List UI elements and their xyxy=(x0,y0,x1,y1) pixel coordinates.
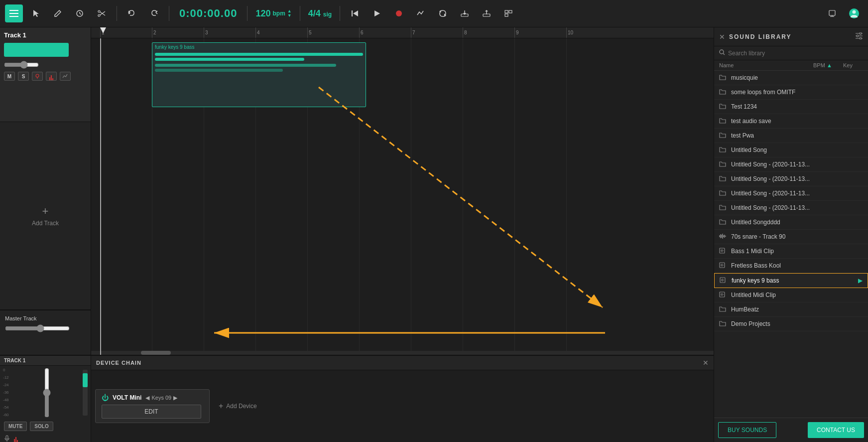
lib-item-2[interactable]: Test 1234 xyxy=(714,100,868,114)
ruler-mark-5: 5 xyxy=(307,27,312,38)
bottom-bars-icon[interactable] xyxy=(14,437,18,442)
lib-item-3[interactable]: test audio save xyxy=(714,114,868,129)
lib-item-name-10: Untitled Songdddd xyxy=(731,219,863,226)
automation-button[interactable] xyxy=(412,4,430,22)
svg-line-5 xyxy=(80,13,81,14)
loop-button[interactable] xyxy=(434,4,452,22)
svg-rect-31 xyxy=(6,436,8,439)
grid-button[interactable] xyxy=(499,4,517,22)
lib-settings-icon[interactable] xyxy=(855,32,863,41)
svg-point-6 xyxy=(98,10,100,12)
clock-tool-button[interactable] xyxy=(71,4,89,22)
ruler-mark-7: 7 xyxy=(411,27,415,38)
cursor-tool-button[interactable] xyxy=(27,4,45,22)
menu-button[interactable] xyxy=(5,4,23,22)
undo-button[interactable] xyxy=(123,4,141,22)
export-button[interactable] xyxy=(456,4,474,22)
track1-automation-button[interactable] xyxy=(60,72,71,81)
lib-item-icon-9 xyxy=(719,204,727,211)
bpm-sort-arrow[interactable]: ▲ xyxy=(827,62,832,68)
skip-back-button[interactable] xyxy=(346,4,364,22)
level-meter xyxy=(83,370,88,416)
lib-item-9[interactable]: Untitled Song - (2020-11-13... xyxy=(714,201,868,215)
bottom-mute-button[interactable]: MUTE xyxy=(4,422,27,431)
pencil-tool-button[interactable] xyxy=(49,4,67,22)
left-panel: Track 1 M S xyxy=(0,27,91,355)
divider4 xyxy=(300,6,300,21)
master-track-area: Master Track xyxy=(0,310,91,355)
import-button[interactable] xyxy=(478,4,496,22)
track1-color-bar[interactable] xyxy=(4,43,69,57)
lib-search-input[interactable] xyxy=(728,50,863,57)
lib-item-5[interactable]: Untitled Song xyxy=(714,143,868,157)
lib-item-6[interactable]: Untitled Song - (2020-11-13... xyxy=(714,157,868,172)
lib-item-14[interactable]: funky keys 9 bass ▶ xyxy=(714,273,868,288)
clip-block[interactable]: funky keys 9 bass xyxy=(152,42,366,107)
lib-item-15[interactable]: Untitled Midi Clip xyxy=(714,288,868,302)
tracks-scrollbar[interactable] xyxy=(91,351,714,355)
buy-sounds-button[interactable]: BUY SOUNDS xyxy=(718,422,776,438)
bpm-display: 120 bpm ▲▼ xyxy=(253,8,293,19)
master-track-fader[interactable] xyxy=(5,324,70,332)
track1-header: Track 1 M S xyxy=(0,27,91,122)
lib-item-name-14: funky keys 9 bass xyxy=(732,277,854,284)
lib-item-17[interactable]: Demo Projects xyxy=(714,317,868,331)
track1-mute-button[interactable]: M xyxy=(4,72,15,81)
play-button[interactable] xyxy=(368,4,386,22)
track1-arm-button[interactable] xyxy=(32,72,43,81)
lib-item-8[interactable]: Untitled Song - (2020-11-13... xyxy=(714,186,868,201)
device-chain-close-button[interactable]: ✕ xyxy=(703,359,709,367)
lib-item-11[interactable]: 70s snare - Track 90 xyxy=(714,230,868,244)
contact-us-button[interactable]: CONTACT US xyxy=(808,422,864,438)
lib-col-name: Name xyxy=(719,62,813,68)
add-device-button[interactable]: + Add Device xyxy=(215,398,261,415)
lib-close-button[interactable]: ✕ xyxy=(719,33,725,41)
bpm-arrows[interactable]: ▲▼ xyxy=(287,9,292,18)
svg-point-28 xyxy=(853,10,856,14)
bottom-solo-button[interactable]: SOLO xyxy=(30,422,53,431)
bottom-volume-fader[interactable] xyxy=(27,368,67,418)
share-button[interactable] xyxy=(823,4,841,22)
add-device-label: Add Device xyxy=(226,403,256,410)
lib-items: musicquie some loops from OMITF Test 123… xyxy=(714,71,868,418)
redo-button[interactable] xyxy=(145,4,163,22)
lib-item-16[interactable]: HumBeatz xyxy=(714,302,868,317)
lib-item-10[interactable]: Untitled Songdddd xyxy=(714,215,868,230)
lib-item-1[interactable]: some loops from OMITF xyxy=(714,85,868,100)
scissors-tool-button[interactable] xyxy=(93,4,111,22)
plus-icon: + xyxy=(42,205,49,218)
lib-item-12[interactable]: Bass 1 Midi Clip xyxy=(714,244,868,259)
add-track-area[interactable]: + Add Track xyxy=(0,122,91,310)
lib-item-icon-7 xyxy=(719,175,727,182)
lib-item-4[interactable]: test Pwa xyxy=(714,129,868,143)
lib-item-icon-6 xyxy=(719,161,727,168)
svg-rect-21 xyxy=(505,10,508,13)
ruler: 1 2 3 4 5 6 7 8 9 10 xyxy=(91,27,714,38)
device-edit-button[interactable]: EDIT xyxy=(102,405,201,419)
lib-item-name-11: 70s snare - Track 90 xyxy=(731,233,863,240)
device-preset-arrow-left[interactable]: ◀ xyxy=(145,395,149,401)
ruler-mark-3: 3 xyxy=(204,27,208,38)
svg-line-40 xyxy=(723,53,725,55)
lib-item-name-9: Untitled Song - (2020-11-13... xyxy=(731,204,863,211)
track1-bars-button[interactable] xyxy=(46,72,57,81)
svg-point-37 xyxy=(857,35,859,37)
sig-unit: sig xyxy=(323,11,332,18)
device-preset-arrow-right[interactable]: ▶ xyxy=(173,395,177,401)
record-button[interactable] xyxy=(390,4,408,22)
bottom-icons-row xyxy=(0,433,91,442)
lib-item-0[interactable]: musicquie xyxy=(714,71,868,85)
lib-item-13[interactable]: Fretless Bass Kool xyxy=(714,259,868,273)
track1-solo-button[interactable]: S xyxy=(18,72,29,81)
bottom-mic-icon[interactable] xyxy=(4,435,10,442)
device-power-icon[interactable]: ⏻ xyxy=(102,394,109,402)
toolbar: 0:00:00.00 120 bpm ▲▼ 4/4 sig xyxy=(0,0,868,27)
track1-volume-fader[interactable] xyxy=(4,61,39,69)
lib-item-7[interactable]: Untitled Song - (2020-11-13... xyxy=(714,172,868,186)
tracks-area[interactable]: funky keys 9 bass xyxy=(91,38,714,355)
ruler-mark-9: 9 xyxy=(514,27,519,38)
svg-marker-11 xyxy=(353,10,358,16)
lib-play-button-14[interactable]: ▶ xyxy=(858,277,863,284)
tracks-scrollbar-thumb[interactable] xyxy=(141,351,171,355)
account-button[interactable] xyxy=(845,4,863,22)
